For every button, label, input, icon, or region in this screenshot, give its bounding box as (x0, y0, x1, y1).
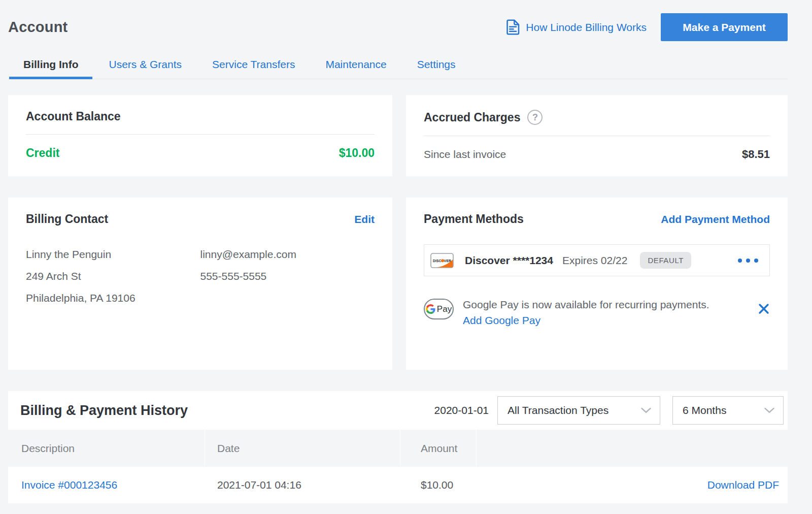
payment-methods-card: Payment Methods Add Payment Method DISCO… (406, 198, 788, 370)
top-actions: How Linode Billing Works Make a Payment (506, 13, 788, 41)
payment-card-actions-menu-icon[interactable] (737, 255, 759, 266)
accrued-charges-amount: $8.51 (742, 148, 770, 161)
transaction-type-value: All Transaction Types (507, 404, 608, 416)
tab-billing-info[interactable]: Billing Info (8, 52, 93, 79)
account-balance-card: Account Balance Credit $10.00 (8, 95, 392, 176)
how-billing-works-label: How Linode Billing Works (526, 21, 647, 34)
billing-contact-title: Billing Contact (26, 212, 108, 226)
account-balance-row: Credit $10.00 (26, 146, 375, 160)
billing-contact-card: Billing Contact Edit Linny the Penguin 2… (8, 198, 392, 370)
accrued-charges-card: Accrued Charges Since last invoice $8.51 (406, 95, 788, 176)
transaction-type-select[interactable]: All Transaction Types (497, 396, 660, 425)
google-pay-icon: Pay (424, 299, 454, 319)
summary-cards: Account Balance Credit $10.00 Accrued Ch… (8, 95, 788, 370)
billing-contact-header: Billing Contact Edit (26, 198, 375, 226)
discover-card-icon: DISCOVER (430, 253, 454, 268)
contact-name: Linny the Penguin (26, 243, 200, 265)
contact-address-line1: 249 Arch St (26, 265, 200, 287)
date-range-select[interactable]: 6 Months (672, 396, 784, 425)
accrued-charges-row: Since last invoice $8.51 (424, 148, 770, 161)
google-pay-word: Pay (437, 304, 452, 314)
google-pay-message: Google Pay is now available for recurrin… (463, 299, 709, 311)
add-google-pay-link[interactable]: Add Google Pay (463, 314, 540, 327)
help-icon[interactable] (527, 110, 543, 125)
account-page: Account How Linode Billing Works Make a … (0, 0, 812, 503)
invoice-date: 2021-07-01 04:16 (205, 479, 400, 491)
payment-methods-header: Payment Methods Add Payment Method (424, 198, 770, 226)
payment-methods-title: Payment Methods (424, 212, 524, 226)
tab-settings[interactable]: Settings (402, 52, 471, 79)
top-bar: Account How Linode Billing Works Make a … (8, 0, 788, 46)
credit-label: Credit (26, 146, 59, 160)
close-icon[interactable] (758, 303, 770, 315)
contact-phone: 555-555-5555 (200, 265, 375, 287)
column-header-description: Description (8, 430, 205, 467)
tab-service-transfers[interactable]: Service Transfers (197, 52, 310, 79)
history-start-date: 2020-01-01 (434, 404, 489, 416)
history-table-header: Description Date Amount (8, 430, 788, 467)
add-payment-method-button[interactable]: Add Payment Method (661, 213, 770, 226)
payment-method-row: DISCOVER Discover ****1234 Expires 02/22… (424, 244, 770, 276)
download-pdf-link[interactable]: Download PDF (707, 479, 779, 491)
billing-history-title: Billing & Payment History (20, 403, 188, 419)
contact-info-column: linny@example.com 555-555-5555 (200, 243, 375, 309)
since-last-invoice-label: Since last invoice (424, 148, 506, 160)
invoice-amount: $10.00 (400, 479, 477, 491)
billing-history-header: Billing & Payment History 2020-01-01 All… (8, 391, 788, 430)
billing-history-section: Billing & Payment History 2020-01-01 All… (8, 391, 788, 503)
chevron-down-icon (764, 407, 774, 413)
google-pay-banner: Pay Google Pay is now available for recu… (424, 299, 770, 327)
how-billing-works-link[interactable]: How Linode Billing Works (506, 19, 647, 35)
page-title: Account (8, 19, 67, 36)
contact-address-line2: Philadelphia, PA 19106 (26, 287, 200, 309)
tab-maintenance[interactable]: Maintenance (310, 52, 401, 79)
accrued-charges-title: Accrued Charges (424, 111, 520, 124)
billing-contact-details: Linny the Penguin 249 Arch St Philadelph… (26, 243, 375, 309)
date-range-value: 6 Months (683, 404, 726, 416)
account-tabs: Billing Info Users & Grants Service Tran… (8, 52, 788, 79)
payment-card-expiry: Expires 02/22 (562, 254, 627, 267)
invoice-link[interactable]: Invoice #000123456 (21, 479, 117, 491)
google-pay-text: Google Pay is now available for recurrin… (463, 299, 709, 327)
account-balance-header: Account Balance (26, 95, 375, 135)
tab-users-grants[interactable]: Users & Grants (93, 52, 197, 79)
billing-doc-icon (506, 19, 520, 35)
contact-address-column: Linny the Penguin 249 Arch St Philadelph… (26, 243, 200, 309)
payment-card-name: Discover ****1234 (465, 254, 553, 267)
column-header-actions (477, 430, 788, 467)
account-balance-amount: $10.00 (339, 146, 375, 160)
edit-billing-contact-button[interactable]: Edit (354, 213, 375, 226)
column-header-date: Date (205, 430, 400, 467)
default-badge: DEFAULT (640, 252, 691, 269)
contact-email: linny@example.com (200, 243, 375, 265)
make-payment-button[interactable]: Make a Payment (661, 13, 788, 41)
billing-history-filters: 2020-01-01 All Transaction Types 6 Month… (434, 396, 784, 425)
accrued-charges-header: Accrued Charges (424, 95, 770, 136)
account-balance-title: Account Balance (26, 110, 121, 123)
chevron-down-icon (641, 407, 651, 413)
column-header-amount: Amount (400, 430, 476, 467)
table-row: Invoice #000123456 2021-07-01 04:16 $10.… (8, 467, 788, 503)
